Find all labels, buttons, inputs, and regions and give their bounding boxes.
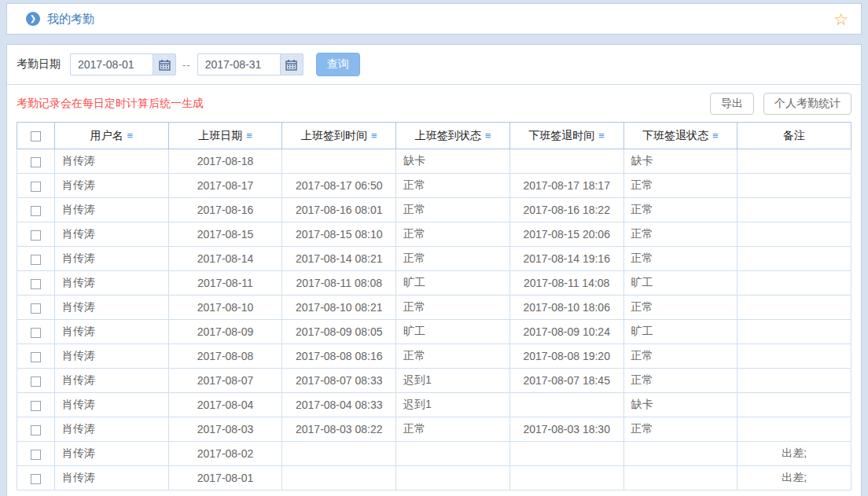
cell-user: 肖传涛 bbox=[55, 296, 169, 320]
cell-work-date: 2017-08-16 bbox=[168, 198, 282, 222]
search-button[interactable]: 查询 bbox=[316, 53, 360, 76]
cell-checkout-time bbox=[509, 149, 623, 174]
row-checkbox[interactable] bbox=[31, 328, 41, 338]
table-row: 肖传涛 2017-08-17 2017-08-17 06:50 正常 2017-… bbox=[17, 174, 851, 198]
notice-row: 考勤记录会在每日定时计算后统一生成 导出 个人考勤统计 bbox=[7, 85, 861, 122]
row-select-cell bbox=[17, 417, 55, 442]
column-header-checkin-time[interactable]: 上班签到时间≡ bbox=[282, 123, 396, 149]
cell-checkout-status: 旷工 bbox=[623, 271, 737, 296]
cell-checkin-status: 正常 bbox=[396, 417, 510, 442]
cell-checkin-time: 2017-08-14 08:21 bbox=[282, 247, 396, 271]
row-checkbox[interactable] bbox=[31, 352, 41, 362]
select-all-cell bbox=[17, 123, 55, 149]
cell-work-date: 2017-08-07 bbox=[168, 369, 282, 393]
column-header-checkout-time[interactable]: 下班签退时间≡ bbox=[509, 123, 623, 149]
column-header-work-date[interactable]: 上班日期≡ bbox=[168, 123, 282, 149]
sort-icon[interactable]: ≡ bbox=[246, 130, 252, 141]
row-select-cell bbox=[17, 320, 55, 344]
title-arrow-icon: ❯ bbox=[26, 12, 40, 26]
favorite-star-icon[interactable]: ☆ bbox=[833, 11, 848, 28]
cell-remark: 出差; bbox=[737, 466, 851, 490]
table-row: 肖传涛 2017-08-04 2017-08-04 08:33 迟到1 缺卡 bbox=[17, 393, 851, 417]
row-checkbox[interactable] bbox=[31, 425, 41, 435]
personal-stats-button[interactable]: 个人考勤统计 bbox=[763, 93, 851, 115]
end-date-input[interactable] bbox=[197, 53, 280, 75]
row-checkbox[interactable] bbox=[31, 279, 41, 289]
cell-checkin-time: 2017-08-11 08:08 bbox=[282, 271, 396, 296]
sort-icon[interactable]: ≡ bbox=[485, 130, 491, 141]
column-header-checkout-status[interactable]: 下班签退状态≡ bbox=[623, 123, 737, 149]
row-checkbox[interactable] bbox=[31, 206, 41, 216]
table-row: 肖传涛 2017-08-14 2017-08-14 08:21 正常 2017-… bbox=[17, 247, 851, 271]
cell-remark bbox=[737, 393, 851, 417]
row-checkbox[interactable] bbox=[31, 157, 41, 167]
cell-checkout-time bbox=[509, 466, 623, 490]
column-header-checkin-status[interactable]: 上班签到状态≡ bbox=[396, 123, 510, 149]
cell-remark bbox=[737, 344, 851, 369]
page-title: 我的考勤 bbox=[47, 12, 94, 27]
cell-checkin-status: 正常 bbox=[396, 174, 510, 198]
table-row: 肖传涛 2017-08-15 2017-08-15 08:10 正常 2017-… bbox=[17, 222, 851, 247]
row-select-cell bbox=[17, 344, 55, 369]
sort-icon[interactable]: ≡ bbox=[371, 130, 377, 141]
cell-checkin-time: 2017-08-04 08:33 bbox=[282, 393, 396, 417]
column-header-remark: 备注 bbox=[737, 123, 851, 149]
cell-user: 肖传涛 bbox=[55, 417, 169, 442]
cell-work-date: 2017-08-15 bbox=[168, 222, 282, 247]
row-checkbox[interactable] bbox=[31, 255, 41, 265]
cell-work-date: 2017-08-18 bbox=[168, 149, 282, 174]
sort-icon[interactable]: ≡ bbox=[127, 130, 134, 141]
cell-remark bbox=[737, 247, 851, 271]
export-button[interactable]: 导出 bbox=[710, 93, 754, 115]
table-row: 肖传涛 2017-08-02 出差; bbox=[17, 442, 851, 466]
start-date-input[interactable] bbox=[70, 53, 153, 75]
cell-checkout-time bbox=[509, 393, 623, 417]
row-checkbox[interactable] bbox=[31, 303, 41, 314]
cell-checkin-time bbox=[282, 466, 396, 490]
row-checkbox[interactable] bbox=[31, 182, 41, 192]
row-checkbox[interactable] bbox=[31, 230, 41, 241]
cell-checkout-status: 缺卡 bbox=[623, 149, 737, 174]
row-select-cell bbox=[17, 174, 55, 198]
sort-icon[interactable]: ≡ bbox=[598, 130, 605, 141]
cell-work-date: 2017-08-01 bbox=[168, 466, 282, 490]
row-checkbox[interactable] bbox=[31, 474, 41, 484]
cell-work-date: 2017-08-09 bbox=[168, 320, 282, 344]
row-checkbox[interactable] bbox=[31, 377, 41, 387]
cell-checkin-status: 旷工 bbox=[396, 271, 510, 296]
cell-checkin-time: 2017-08-09 08:05 bbox=[282, 320, 396, 344]
cell-work-date: 2017-08-11 bbox=[168, 271, 282, 296]
attendance-table-wrap: 用户名≡ 上班日期≡ 上班签到时间≡ 上班签到状态≡ 下班签退时间≡ 下班签退状… bbox=[7, 122, 861, 490]
cell-work-date: 2017-08-14 bbox=[168, 247, 282, 271]
end-date-calendar-icon[interactable] bbox=[280, 53, 303, 75]
filter-row: 考勤日期 -- bbox=[7, 45, 861, 85]
cell-user: 肖传涛 bbox=[55, 442, 169, 466]
cell-user: 肖传涛 bbox=[55, 369, 169, 393]
cell-checkin-status: 旷工 bbox=[396, 320, 510, 344]
cell-checkout-time: 2017-08-14 19:16 bbox=[509, 247, 623, 271]
table-row: 肖传涛 2017-08-10 2017-08-10 08:21 正常 2017-… bbox=[17, 296, 851, 320]
cell-user: 肖传涛 bbox=[55, 344, 169, 369]
cell-checkin-time: 2017-08-07 08:33 bbox=[282, 369, 396, 393]
cell-checkin-time: 2017-08-08 08:16 bbox=[282, 344, 396, 369]
cell-work-date: 2017-08-08 bbox=[168, 344, 282, 369]
cell-user: 肖传涛 bbox=[55, 466, 169, 490]
row-checkbox[interactable] bbox=[31, 450, 41, 460]
row-checkbox[interactable] bbox=[31, 401, 41, 411]
cell-checkin-status: 缺卡 bbox=[396, 149, 510, 174]
row-select-cell bbox=[17, 296, 55, 320]
start-date-calendar-icon[interactable] bbox=[153, 53, 176, 75]
cell-checkout-status: 正常 bbox=[623, 247, 737, 271]
select-all-checkbox[interactable] bbox=[31, 131, 41, 141]
column-header-user[interactable]: 用户名≡ bbox=[55, 123, 169, 149]
toolbar: 导出 个人考勤统计 bbox=[710, 93, 851, 115]
cell-checkin-time: 2017-08-16 08:01 bbox=[282, 198, 396, 222]
sort-icon[interactable]: ≡ bbox=[712, 130, 719, 141]
table-row: 肖传涛 2017-08-01 出差; bbox=[17, 466, 851, 490]
cell-checkout-time: 2017-08-08 19:20 bbox=[509, 344, 623, 369]
cell-work-date: 2017-08-10 bbox=[168, 296, 282, 320]
row-select-cell bbox=[17, 466, 55, 490]
date-range-separator: -- bbox=[182, 59, 191, 71]
cell-remark bbox=[737, 149, 851, 174]
cell-remark bbox=[737, 320, 851, 344]
